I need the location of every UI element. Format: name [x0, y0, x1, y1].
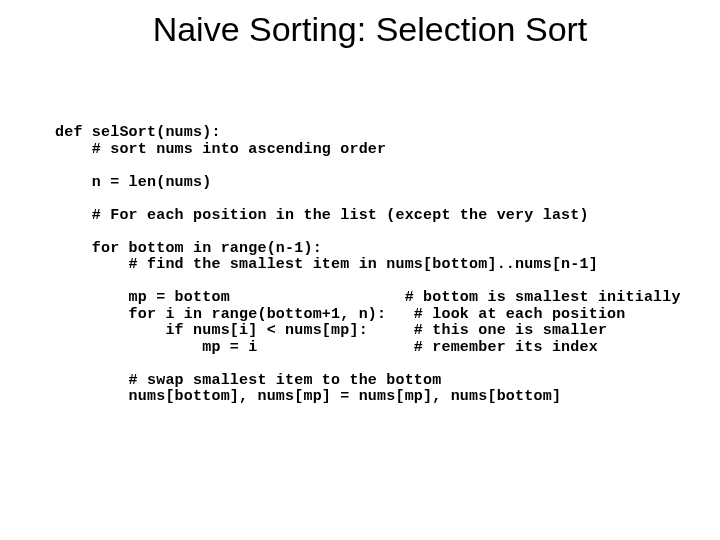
code-line: mp = i # remember its index [55, 339, 598, 356]
code-line: # For each position in the list (except … [55, 207, 589, 224]
slide: Naive Sorting: Selection Sort def selSor… [0, 0, 720, 540]
code-line: for i in range(bottom+1, n): # look at e… [55, 306, 626, 323]
code-line: n = len(nums) [55, 174, 211, 191]
code-line: nums[bottom], nums[mp] = nums[mp], nums[… [55, 388, 561, 405]
slide-title: Naive Sorting: Selection Sort [0, 10, 720, 49]
code-line: # find the smallest item in nums[bottom]… [55, 256, 598, 273]
code-line: # swap smallest item to the bottom [55, 372, 441, 389]
code-line: if nums[i] < nums[mp]: # this one is sma… [55, 322, 607, 339]
code-block: def selSort(nums): # sort nums into asce… [55, 125, 700, 406]
code-line: # sort nums into ascending order [55, 141, 386, 158]
code-line: mp = bottom # bottom is smallest initial… [55, 289, 681, 306]
code-line: for bottom in range(n-1): [55, 240, 322, 257]
code-line: def selSort(nums): [55, 124, 221, 141]
